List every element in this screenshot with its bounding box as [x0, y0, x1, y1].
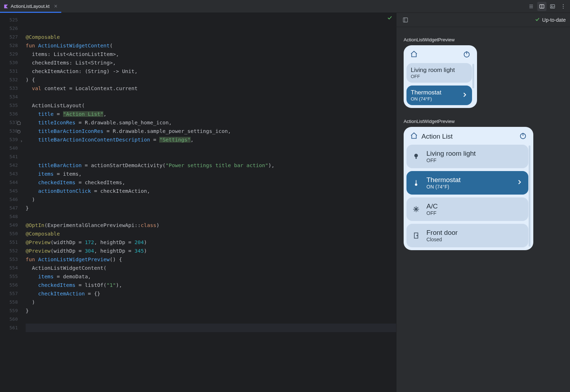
kotlin-file-icon: [4, 4, 9, 9]
item-name: Thermostat: [411, 89, 456, 96]
list-item[interactable]: Living room light OFF: [406, 145, 528, 168]
power-icon[interactable]: [463, 50, 471, 60]
item-name: Living room light: [411, 67, 468, 74]
preview-label-2: ActionListWidgetPreview: [404, 119, 565, 124]
scrollbar[interactable]: [472, 64, 474, 88]
item-state: ON (74°F): [411, 96, 456, 102]
home-icon: [410, 132, 418, 141]
bulb-icon: [412, 153, 420, 160]
svg-point-9: [563, 7, 564, 8]
preview-toolbar: Up-to-date: [397, 13, 570, 27]
list-item[interactable]: Front door Closed: [406, 224, 528, 247]
home-icon: [410, 50, 418, 60]
item-name: Living room light: [426, 150, 523, 158]
code-area[interactable]: @Composablefun ActionListWidgetContent( …: [26, 13, 396, 392]
widget-preview-small[interactable]: Living room light OFF Thermostat ON (74°…: [404, 45, 477, 108]
svg-point-18: [414, 154, 418, 158]
preview-status: Up-to-date: [535, 17, 566, 23]
widget-title: Action List: [421, 133, 519, 140]
item-state: OFF: [426, 158, 523, 163]
chevron-right-icon: [516, 179, 523, 187]
power-icon[interactable]: [519, 132, 527, 141]
analysis-ok-icon[interactable]: [387, 15, 393, 22]
check-icon: [535, 17, 540, 23]
widget-list: Living room light OFF Thermostat ON (74°…: [406, 145, 530, 247]
list-item[interactable]: Thermostat ON (74°F): [406, 171, 528, 195]
widget-header: Action List: [406, 130, 530, 145]
preview-pane: Up-to-date ActionListWidgetPreview: [396, 13, 570, 392]
chevron-right-icon: [461, 92, 468, 99]
more-actions-icon[interactable]: [559, 2, 568, 11]
item-state: Closed: [426, 237, 523, 242]
list-item[interactable]: A/C OFF: [406, 197, 528, 221]
widget-list: Living room light OFF Thermostat ON (74°…: [406, 63, 474, 105]
svg-point-7: [563, 4, 564, 5]
snowflake-icon: [412, 206, 420, 213]
editor-pane: 5255265275285295305315325335345355365375…: [0, 13, 396, 392]
item-name: Thermostat: [426, 176, 510, 184]
svg-point-20: [415, 184, 417, 186]
preview-layout-icon[interactable]: [401, 15, 410, 25]
code-only-view-icon[interactable]: [527, 2, 536, 11]
gutter: 5255265275285295305315325335345355365375…: [0, 13, 26, 392]
item-state: OFF: [411, 74, 468, 79]
tab-file[interactable]: ActionListLayout.kt ✕: [0, 0, 61, 12]
svg-point-26: [417, 235, 418, 236]
main-split: 5255265275285295305315325335345355365375…: [0, 13, 570, 392]
widget-preview-large[interactable]: Action List Living room light OFF: [404, 127, 533, 250]
list-item[interactable]: Thermostat ON (74°F): [406, 86, 472, 105]
preview-body[interactable]: ActionListWidgetPreview Living room ligh…: [397, 27, 570, 392]
item-state: OFF: [426, 210, 523, 216]
item-name: Front door: [426, 229, 523, 237]
preview-status-text: Up-to-date: [542, 17, 566, 23]
preview-label-1: ActionListWidgetPreview: [404, 37, 565, 42]
list-item[interactable]: Living room light OFF: [406, 63, 472, 83]
tab-filename: ActionListLayout.kt: [11, 4, 50, 9]
svg-rect-12: [403, 18, 408, 22]
tabs: ActionListLayout.kt ✕: [0, 0, 61, 12]
widget-header: [406, 49, 474, 63]
svg-point-8: [563, 6, 564, 6]
close-icon[interactable]: ✕: [54, 4, 58, 9]
item-name: A/C: [426, 202, 523, 210]
thermometer-icon: [412, 179, 420, 186]
svg-point-6: [551, 5, 552, 6]
scrollbar[interactable]: [529, 145, 530, 247]
design-view-icon[interactable]: [548, 2, 557, 11]
tab-actions: [527, 2, 570, 11]
door-icon: [412, 232, 420, 239]
split-view-icon[interactable]: [537, 2, 546, 11]
tab-bar: ActionListLayout.kt ✕: [0, 0, 570, 13]
item-state: ON (74°F): [426, 184, 510, 190]
svg-rect-19: [415, 158, 416, 159]
